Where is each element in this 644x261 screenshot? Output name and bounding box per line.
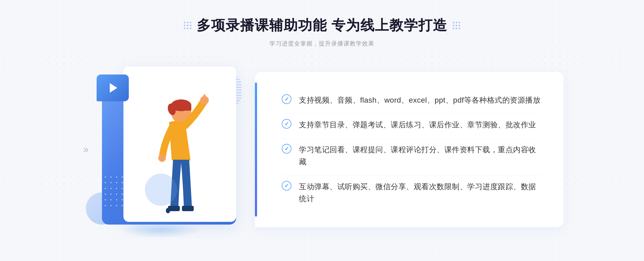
dots-decoration-right <box>453 22 460 29</box>
feature-item-1: ✓ 支持视频、音频、flash、word、excel、ppt、pdf等各种格式的… <box>282 89 542 112</box>
page-title: 多项录播课辅助功能 专为线上教学打造 <box>197 16 447 35</box>
feature-text-3: 学习笔记回看、课程提问、课程评论打分、课件资料下载，重点内容收藏 <box>299 144 542 168</box>
features-panel: ✓ 支持视频、音频、flash、word、excel、ppt、pdf等各种格式的… <box>255 72 564 227</box>
check-icon-4: ✓ <box>282 181 291 191</box>
check-icon-3: ✓ <box>282 144 291 154</box>
svg-rect-11 <box>182 206 194 211</box>
check-icon-1: ✓ <box>282 94 291 104</box>
play-icon <box>110 83 117 93</box>
feature-text-2: 支持章节目录、弹题考试、课后练习、课后作业、章节测验、批改作业 <box>299 119 536 131</box>
illustration-panel: » <box>80 58 263 241</box>
feature-item-2: ✓ 支持章节目录、弹题考试、课后练习、课后作业、章节测验、批改作业 <box>282 113 542 136</box>
svg-point-6 <box>158 154 166 162</box>
feature-text-1: 支持视频、音频、flash、word、excel、ppt、pdf等各种格式的资源… <box>299 94 540 106</box>
dots-decoration-left <box>184 22 191 29</box>
feature-text-4: 互动弹幕、试听购买、微信分享、观看次数限制、学习进度跟踪、数据统计 <box>299 181 542 205</box>
main-content: » <box>80 58 564 241</box>
feature-item-3: ✓ 学习笔记回看、课程提问、课程评论打分、课件资料下载，重点内容收藏 <box>282 138 542 173</box>
check-icon-2: ✓ <box>282 119 291 129</box>
svg-rect-5 <box>203 94 206 101</box>
person-figure <box>134 91 220 241</box>
header-section: 多项录播课辅助功能 专为线上教学打造 学习进度全掌握，提升录播课教学效果 <box>184 0 460 48</box>
svg-point-12 <box>145 174 177 206</box>
svg-point-9 <box>166 208 170 213</box>
feature-item-4: ✓ 互动弹幕、试听购买、微信分享、观看次数限制、学习进度跟踪、数据统计 <box>282 175 542 210</box>
page-subtitle: 学习进度全掌握，提升录播课教学效果 <box>184 40 460 48</box>
play-bubble <box>97 74 129 101</box>
left-arrow-decoration: » <box>83 144 89 155</box>
